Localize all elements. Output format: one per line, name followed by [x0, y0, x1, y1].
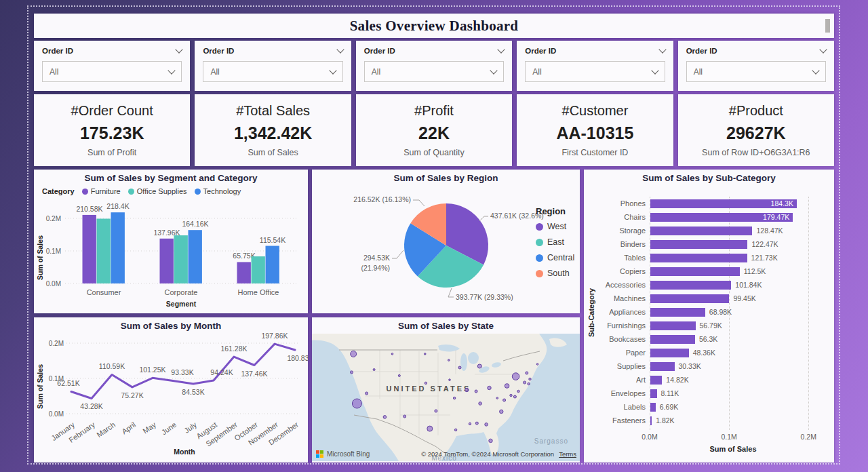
subcategory-bar[interactable] — [650, 281, 731, 290]
column-bar[interactable] — [174, 235, 188, 283]
slicer-title: Order ID — [686, 47, 717, 55]
slicer-header[interactable]: Order ID — [686, 47, 826, 55]
column-bar[interactable] — [97, 218, 111, 283]
state-bubble[interactable] — [448, 359, 450, 361]
column-bar[interactable] — [189, 230, 202, 283]
subcategory-bar[interactable] — [650, 294, 729, 303]
state-bubble[interactable] — [513, 395, 516, 398]
column-bar[interactable] — [160, 239, 174, 283]
state-bubble[interactable] — [475, 390, 477, 393]
state-bubble[interactable] — [529, 378, 531, 380]
slicer-dropdown[interactable]: All — [364, 61, 504, 82]
state-bubble[interactable] — [398, 374, 400, 376]
legend-item-east[interactable]: East — [536, 237, 574, 247]
state-bubble[interactable] — [453, 397, 455, 399]
state-bubble[interactable] — [524, 381, 526, 384]
state-bubble[interactable] — [475, 422, 478, 425]
chevron-down-icon — [336, 45, 344, 53]
subcategory-bar[interactable] — [650, 335, 695, 344]
state-bubble[interactable] — [424, 353, 426, 355]
chart-card-sales-by-segment-category: Sum of Sales by Segment and Category Cat… — [34, 170, 308, 313]
subcategory-bar[interactable] — [650, 267, 740, 276]
column-bar[interactable] — [237, 262, 251, 283]
terms-link[interactable]: Terms — [559, 450, 576, 458]
slicer-dropdown[interactable]: All — [42, 61, 182, 82]
state-bubble[interactable] — [528, 382, 530, 385]
state-bubble[interactable] — [449, 379, 451, 381]
state-bubble[interactable] — [351, 371, 353, 374]
legend-item-office-supplies[interactable]: Office Supplies — [128, 187, 187, 195]
state-bubble[interactable] — [351, 351, 357, 357]
bar-track: 6.69K — [650, 403, 825, 412]
state-bubble[interactable] — [488, 386, 491, 389]
subcategory-bar[interactable] — [650, 403, 656, 412]
subcategory-bar[interactable] — [650, 376, 662, 385]
slicer-dropdown[interactable]: All — [203, 61, 342, 82]
bar-row-appliances: Appliances68.98K — [584, 305, 834, 319]
state-bubble[interactable] — [465, 388, 469, 391]
state-bubble[interactable] — [489, 439, 492, 442]
state-bubble[interactable] — [469, 422, 471, 425]
subcategory-bar[interactable] — [650, 389, 657, 398]
state-bubble[interactable] — [512, 373, 519, 380]
state-bubble[interactable] — [366, 392, 368, 395]
state-bubble[interactable] — [510, 394, 512, 396]
state-bubble[interactable] — [517, 390, 519, 392]
state-bubble[interactable] — [526, 372, 528, 374]
slicer-dropdown[interactable]: All — [686, 61, 826, 82]
slicer-dropdown[interactable]: All — [525, 61, 665, 82]
state-bubble[interactable] — [477, 364, 481, 368]
chart-card-sales-by-state: Sum of Sales by State UNITED STATESSarga… — [312, 317, 580, 463]
scrollbar-thumb[interactable] — [825, 19, 830, 33]
subcategory-bar[interactable] — [650, 349, 689, 357]
bing-map[interactable]: UNITED STATESSargassoMexico — [312, 334, 580, 461]
subcategory-bar[interactable] — [650, 321, 696, 330]
state-bubble[interactable] — [435, 410, 437, 412]
state-bubble[interactable] — [427, 426, 433, 431]
subcategory-bar[interactable] — [650, 362, 675, 371]
subcategory-bar[interactable] — [650, 254, 747, 262]
slicer-header[interactable]: Order ID — [203, 47, 342, 55]
column-bar[interactable] — [111, 212, 125, 283]
state-bubble[interactable] — [503, 399, 506, 401]
column-bar[interactable] — [266, 246, 279, 283]
subcategory-bar[interactable] — [650, 227, 752, 235]
slicer-header[interactable]: Order ID — [525, 47, 665, 55]
subcategory-bar[interactable]: 184.3K — [650, 199, 797, 208]
bar-track: 101.84K — [650, 281, 825, 290]
slicer-header[interactable]: Order ID — [364, 47, 504, 55]
category-label: Labels — [584, 403, 650, 411]
state-bubble[interactable] — [485, 423, 488, 427]
kpi-title: #Profit — [414, 103, 454, 119]
legend-item-furniture[interactable]: Furniture — [82, 187, 121, 195]
kpi-title: #Product — [729, 103, 783, 119]
slicer-title: Order ID — [525, 47, 556, 55]
state-bubble[interactable] — [536, 363, 538, 366]
column-bar[interactable] — [83, 215, 96, 283]
svg-text:294.53K: 294.53K — [363, 254, 390, 262]
slicer-title: Order ID — [203, 47, 234, 55]
state-bubble[interactable] — [373, 369, 375, 371]
legend-item-central[interactable]: Central — [536, 253, 574, 262]
slicer-header[interactable]: Order ID — [42, 47, 182, 55]
state-bubble[interactable] — [500, 410, 503, 413]
state-bubble[interactable] — [505, 384, 509, 389]
legend-item-technology[interactable]: Technology — [195, 187, 241, 195]
state-bubble[interactable] — [496, 397, 498, 399]
subcategory-bar[interactable] — [650, 308, 705, 317]
state-bubble[interactable] — [458, 366, 461, 369]
state-bubble[interactable] — [425, 382, 427, 384]
state-bubble[interactable] — [403, 415, 406, 418]
column-bar[interactable] — [252, 256, 265, 283]
state-bubble[interactable] — [479, 402, 482, 406]
legend-item-south[interactable]: South — [536, 269, 574, 278]
legend-item-west[interactable]: West — [536, 222, 574, 231]
subcategory-bar[interactable] — [650, 240, 747, 249]
state-bubble[interactable] — [391, 353, 393, 355]
state-bubble[interactable] — [352, 399, 361, 408]
state-bubble[interactable] — [383, 416, 387, 419]
subcategory-bar[interactable] — [650, 416, 652, 425]
legend-dot-icon — [128, 189, 134, 195]
state-bubble[interactable] — [454, 429, 456, 431]
subcategory-bar[interactable]: 179.47K — [650, 213, 793, 222]
